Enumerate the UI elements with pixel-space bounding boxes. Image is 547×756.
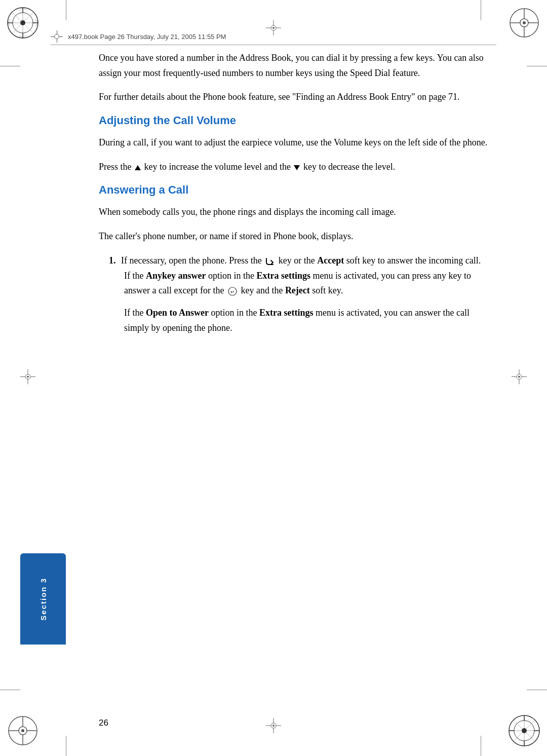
- sub-paragraph-2: If the Open to Answer option in the Extr…: [124, 306, 496, 335]
- svg-point-55: [27, 376, 29, 378]
- page-number: 26: [99, 718, 108, 728]
- svg-point-28: [21, 729, 24, 732]
- svg-point-59: [518, 376, 520, 378]
- sub1-bold2: Extra settings: [257, 271, 311, 281]
- reg-mark-right-top-h: [527, 66, 547, 66]
- reg-mark-top-right-v: [481, 0, 481, 20]
- crosshair-left: [20, 369, 35, 387]
- section2-paragraph1: When somebody calls you, the phone rings…: [99, 205, 496, 220]
- sub1-prefix: If the: [124, 271, 146, 281]
- page-header: x497.book Page 26 Thursday, July 21, 200…: [51, 30, 496, 45]
- section1-paragraph1: During a call, if you want to adjust the…: [99, 135, 496, 150]
- sub1-bold1: Anykey answer: [146, 271, 206, 281]
- sub1-end: soft key.: [310, 285, 343, 295]
- intro-paragraph-2: For further details about the Phone book…: [99, 90, 496, 105]
- numbered-list: 1. If necessary, open the phone. Press t…: [109, 253, 496, 335]
- section1-p2-suffix: key to decrease the level.: [303, 162, 395, 172]
- svg-point-21: [523, 21, 526, 24]
- section2-heading: Answering a Call: [99, 183, 496, 197]
- section1-paragraph2: Press the key to increase the volume lev…: [99, 160, 496, 175]
- section1-p2-prefix: Press the: [99, 162, 134, 172]
- svg-text:↩: ↩: [230, 289, 235, 294]
- up-arrow-icon: [135, 165, 141, 170]
- sub-paragraph-1: If the Anykey answer option in the Extra…: [124, 269, 496, 298]
- header-text: x497.book Page 26 Thursday, July 21, 200…: [68, 33, 226, 41]
- main-content: Once you have stored a number in the Add…: [99, 51, 496, 705]
- reg-mark-top-left-v: [66, 0, 66, 20]
- reg-mark-bottom-right-v: [481, 736, 481, 756]
- corner-decoration-br: [506, 713, 542, 751]
- section-tab: Section 3: [20, 553, 66, 645]
- list-item-1-text: 1. If necessary, open the phone. Press t…: [109, 253, 496, 269]
- down-arrow-icon: [294, 165, 300, 170]
- list-item-1-number: 1.: [109, 255, 116, 266]
- svg-point-47: [272, 27, 275, 29]
- mute-icon: ↩: [227, 287, 238, 296]
- corner-decoration-bl: [5, 713, 41, 751]
- intro-paragraph-1: Once you have stored a number in the Add…: [99, 51, 496, 81]
- section1-heading: Adjusting the Call Volume: [99, 114, 496, 127]
- sub2-bold2: Extra settings: [259, 308, 314, 318]
- sub2-bold1: Open to Answer: [146, 308, 209, 318]
- phone-answer-icon: [265, 257, 275, 266]
- reg-mark-left-top-h: [0, 66, 20, 66]
- section-tab-label: Section 3: [39, 578, 48, 621]
- list-item-1-prefix: If necessary, open the phone. Press the: [121, 255, 264, 266]
- sub1-middle: option in the: [206, 271, 257, 281]
- section2-paragraph2: The caller's phone number, or name if st…: [99, 229, 496, 244]
- header-crosshair-icon: [51, 30, 63, 43]
- list-item-1-end: soft key to answer the incoming call.: [344, 255, 481, 266]
- reg-mark-right-bottom-h: [527, 690, 547, 690]
- crosshair-bottom: [266, 718, 281, 736]
- section1-p2-middle: key to increase the volume level and the: [144, 162, 293, 172]
- sub1-end-bold: Reject: [285, 285, 310, 295]
- list-item-1-bold: Accept: [317, 255, 344, 266]
- sub1-end-prefix: key and the: [239, 285, 285, 295]
- sub2-middle: option in the: [209, 308, 259, 318]
- reg-mark-bottom-left-v: [66, 736, 66, 756]
- corner-decoration-tl: [5, 5, 41, 43]
- sub2-prefix: If the: [124, 308, 146, 318]
- reg-mark-left-bottom-h: [0, 690, 20, 690]
- corner-decoration-tr: [506, 5, 542, 43]
- list-item-1: 1. If necessary, open the phone. Press t…: [109, 253, 496, 335]
- list-item-1-suffix: key or the: [279, 255, 317, 266]
- crosshair-right: [512, 369, 527, 387]
- svg-point-51: [272, 725, 275, 727]
